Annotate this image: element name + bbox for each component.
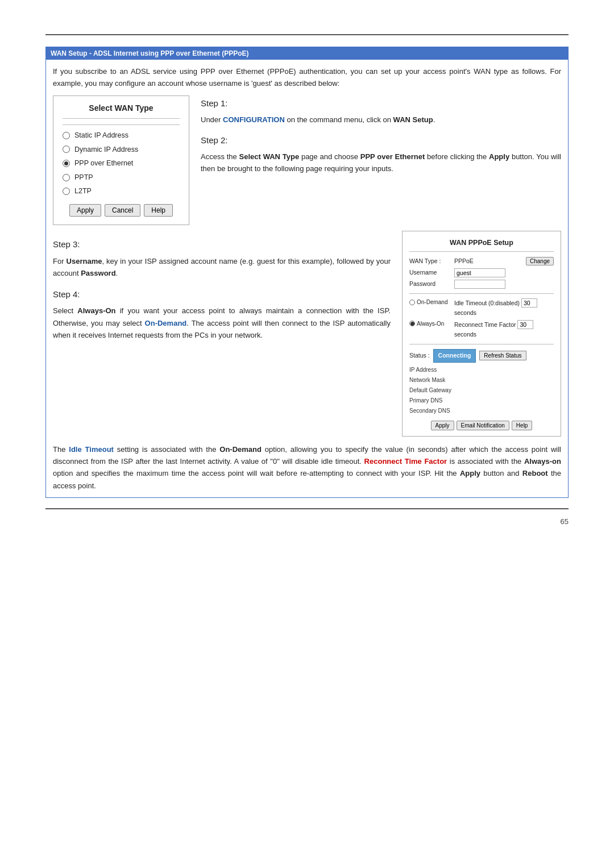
idle-timeout-text: Idle Timeout (0:disabled)	[454, 300, 520, 306]
on-demand-bold: On-Demand	[145, 319, 187, 327]
apply-inline: Apply	[460, 469, 480, 477]
step3-text: For Username, key in your ISP assigned a…	[53, 255, 391, 280]
radio-pptp-circle[interactable]	[63, 174, 70, 181]
radio-pppoe: PPP over Ethernet	[63, 157, 180, 169]
pppoe-change-btn[interactable]: Change	[526, 257, 554, 265]
radio-pptp: PPTP	[63, 172, 180, 184]
radio-l2tp: L2TP	[63, 185, 180, 197]
reconnect-area: Reconnect Time Factor seconds	[454, 320, 554, 340]
on-demand-inline: On-Demand	[219, 445, 262, 454]
box-title: WAN Setup - ADSL Internet using PPP over…	[46, 47, 568, 60]
ip-fields: IP Address Network Mask Default Gateway …	[409, 365, 554, 416]
step1-heading: Step 1:	[201, 97, 561, 111]
radio-dynamic-label: Dynamic IP Address	[74, 144, 138, 156]
pppoe-on-demand-row: On-Demand Idle Timeout (0:disabled) seco…	[409, 298, 554, 318]
step4-text: Select Always-On if you want your access…	[53, 305, 391, 341]
two-col-top: Select WAN Type Static IP Address Dynami…	[53, 95, 561, 225]
refresh-btn[interactable]: Refresh Status	[479, 351, 526, 360]
step3-4-area: Step 3: For Username, key in your ISP as…	[53, 231, 561, 437]
ppp-ethernet-bold: PPP over Ethernet	[360, 152, 425, 161]
step1-text: Under CONFIGURATION on the command menu,…	[201, 114, 561, 126]
pppoe-type-value: PPPoE	[454, 256, 524, 266]
wan-setup-bold: WAN Setup	[393, 115, 433, 124]
radio-pptp-label: PPTP	[74, 172, 93, 184]
page-content: WAN Setup - ADSL Internet using PPP over…	[45, 34, 569, 526]
radio-static: Static IP Address	[63, 130, 180, 142]
pppoe-setup-box: WAN PPPoE Setup WAN Type : PPPoE Change …	[402, 231, 561, 437]
wan-select-box: Select WAN Type Static IP Address Dynami…	[53, 95, 189, 225]
pppoe-always-on-row: Always-On Reconnect Time Factor seconds	[409, 320, 554, 340]
pppoe-password-row: Password	[409, 280, 554, 289]
reconnect-factor-text: Reconnect Time Factor	[454, 321, 516, 328]
pppoe-always-on-label: Always-On	[409, 320, 452, 327]
bottom-text: The Idle Timeout setting is associated w…	[53, 443, 561, 492]
wan-type-text: WAN Type :	[409, 258, 441, 264]
config-bold: CONFIGURATION	[223, 115, 285, 124]
always-on-radio[interactable]	[409, 321, 415, 326]
radio-pppoe-circle[interactable]	[63, 160, 70, 167]
help-button[interactable]: Help	[144, 204, 173, 217]
top-rule	[45, 34, 569, 35]
always-on-bold: Always-On	[77, 306, 115, 315]
password-bold: Password	[81, 269, 115, 277]
status-row: Status : Connecting Refresh Status	[409, 349, 554, 362]
left-col-top: Select WAN Type Static IP Address Dynami…	[53, 95, 189, 225]
wan-buttons: Apply Cancel Help	[63, 204, 180, 217]
wan-select-title: Select WAN Type	[63, 102, 180, 119]
radio-pppoe-label: PPP over Ethernet	[74, 157, 133, 169]
box-body: If you subscribe to an ADSL service usin…	[46, 60, 568, 497]
intro-text: If you subscribe to an ADSL service usin…	[53, 65, 561, 90]
radio-static-label: Static IP Address	[74, 130, 128, 142]
network-mask-row: Network Mask	[409, 375, 554, 385]
pppoe-sep1	[409, 293, 554, 294]
on-demand-radio[interactable]	[409, 300, 415, 305]
always-on-inline: Always-on	[524, 457, 561, 466]
always-on-text: Always-On	[417, 320, 444, 327]
pppoe-email-btn[interactable]: Email Notification	[457, 421, 509, 430]
pppoe-username-label: Username	[409, 269, 452, 277]
step3-heading: Step 3:	[53, 238, 391, 252]
pppoe-username-input[interactable]	[454, 268, 505, 277]
secondary-dns-row: Secondary DNS	[409, 406, 554, 416]
radio-l2tp-label: L2TP	[74, 185, 92, 197]
apply-bold: Apply	[489, 152, 509, 161]
pppoe-on-demand-label: On-Demand	[409, 298, 452, 306]
pppoe-password-label: Password	[409, 280, 452, 288]
on-demand-text: On-Demand	[417, 298, 447, 306]
step4-heading: Step 4:	[53, 288, 391, 302]
idle-timeout-input[interactable]	[521, 298, 537, 308]
pppoe-sep2	[409, 344, 554, 344]
status-label: Status :	[409, 351, 430, 360]
radio-dynamic-circle[interactable]	[63, 146, 70, 153]
pppoe-wan-type-label: WAN Type :	[409, 258, 452, 265]
pppoe-wan-type-row: WAN Type : PPPoE Change	[409, 256, 554, 266]
separator	[63, 124, 180, 125]
pppoe-title: WAN PPPoE Setup	[409, 237, 554, 252]
reconnect-factor-input[interactable]	[517, 320, 533, 329]
bottom-rule	[45, 508, 569, 509]
primary-dns-row: Primary DNS	[409, 396, 554, 406]
pppoe-help-btn[interactable]: Help	[512, 421, 533, 430]
idle-timeout-inline: Idle Timeout	[69, 445, 114, 454]
cancel-button[interactable]: Cancel	[105, 204, 140, 217]
apply-button[interactable]: Apply	[69, 204, 101, 217]
pppoe-password-input[interactable]	[454, 280, 505, 289]
page-number: 65	[45, 517, 569, 526]
idle-timeout-unit: seconds	[454, 309, 476, 316]
idle-timeout-area: Idle Timeout (0:disabled) seconds	[454, 298, 554, 318]
radio-l2tp-circle[interactable]	[63, 188, 70, 195]
reboot-inline: Reboot	[522, 469, 548, 477]
ip-address-row: IP Address	[409, 365, 554, 375]
pppoe-username-row: Username	[409, 268, 554, 277]
default-gateway-row: Default Gateway	[409, 385, 554, 396]
step2-heading: Step 2:	[201, 134, 561, 148]
radio-dynamic: Dynamic IP Address	[63, 144, 180, 156]
status-value: Connecting	[433, 349, 476, 362]
reconnect-factor-inline: Reconnect Time Factor	[364, 457, 447, 466]
pppoe-apply-btn[interactable]: Apply	[431, 421, 454, 430]
select-wan-bold: Select WAN Type	[239, 152, 300, 161]
steps-left: Step 3: For Username, key in your ISP as…	[53, 231, 391, 437]
reconnect-factor-unit: seconds	[454, 331, 476, 338]
pppoe-buttons: Apply Email Notification Help	[409, 421, 554, 430]
radio-static-circle[interactable]	[63, 132, 70, 139]
